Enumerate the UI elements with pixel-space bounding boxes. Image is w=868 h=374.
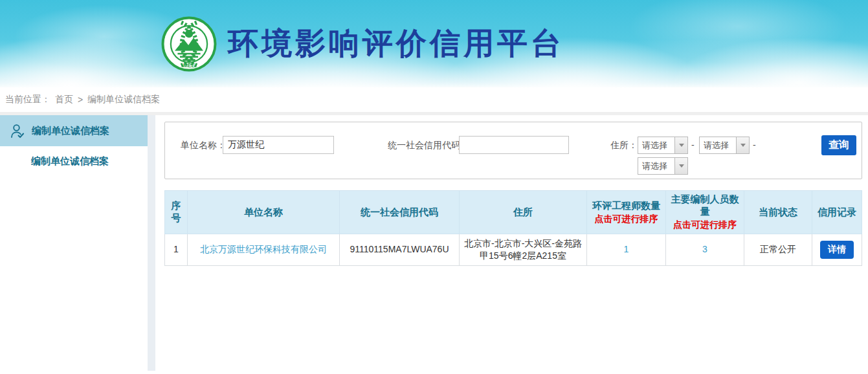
address-label: 住所：: [610, 140, 638, 151]
chevron-down-icon[interactable]: [674, 137, 687, 153]
address-district-select[interactable]: 请选择: [638, 157, 688, 175]
detail-button[interactable]: 详情: [820, 241, 854, 259]
query-button[interactable]: 查询: [821, 135, 856, 155]
address-province-select[interactable]: 请选择: [638, 137, 688, 154]
address-city-value: 请选择: [700, 137, 736, 153]
search-panel: 单位名称： 统一社会信用代码： 住所： 请选择 - 请选择 - 请选择 查询: [164, 122, 862, 179]
header-address: 住所: [460, 191, 587, 234]
address-dash: -: [753, 140, 756, 150]
header-credit-code: 统一社会信用代码: [340, 191, 460, 234]
address-city-select[interactable]: 请选择: [699, 137, 750, 154]
page-title: 环境影响评价信用平台: [228, 23, 564, 64]
sidebar-divider: [148, 115, 155, 371]
user-check-icon: [10, 124, 25, 138]
header-staff-count-label: 主要编制人员数量: [671, 193, 739, 217]
mee-logo-text: MEE: [183, 62, 195, 69]
site-header: MEE 环境影响评价信用平台: [0, 0, 868, 87]
sidebar: 编制单位诚信档案 编制单位诚信档案: [0, 115, 148, 371]
address-dash: -: [691, 140, 695, 150]
cell-address: 北京市-北京市-大兴区-金苑路甲15号6幢2层A215室: [460, 234, 587, 266]
breadcrumb-home-link[interactable]: 首页: [55, 94, 73, 105]
cell-credit-code: 91110115MA7LWUA76U: [340, 234, 460, 266]
company-name-link[interactable]: 北京万源世纪环保科技有限公司: [200, 244, 327, 254]
address-province-value: 请选择: [638, 137, 674, 153]
chevron-down-icon[interactable]: [674, 158, 687, 174]
sort-hint[interactable]: 点击可进行排序: [589, 214, 663, 225]
header-index: 序号: [165, 191, 188, 234]
content-area: 编制单位诚信档案 编制单位诚信档案 单位名称： 统一社会信用代码： 住所： 请选…: [0, 115, 868, 371]
header-credit-record: 信用记录: [812, 191, 862, 234]
cell-index: 1: [165, 234, 188, 266]
chevron-down-icon[interactable]: [736, 137, 749, 153]
table-row: 1 北京万源世纪环保科技有限公司 91110115MA7LWUA76U 北京市-…: [165, 234, 862, 266]
company-name-input[interactable]: [223, 136, 334, 154]
credit-code-label: 统一社会信用代码：: [379, 140, 469, 151]
sidebar-item-label: 编制单位诚信档案: [32, 125, 109, 137]
header-staff-count-sort[interactable]: 主要编制人员数量 点击可进行排序: [666, 191, 744, 234]
sidebar-subitem-label: 编制单位诚信档案: [31, 155, 109, 168]
credit-code-input[interactable]: [459, 136, 569, 154]
staff-count-link[interactable]: 3: [702, 244, 707, 254]
header-company-name: 单位名称: [188, 191, 340, 234]
breadcrumb: 当前位置： 首页 > 编制单位诚信档案: [0, 87, 868, 115]
breadcrumb-current: 编制单位诚信档案: [87, 94, 160, 105]
engineer-count-link[interactable]: 1: [624, 244, 629, 254]
breadcrumb-separator: >: [78, 94, 83, 105]
sidebar-subitem-credit-archive[interactable]: 编制单位诚信档案: [0, 146, 148, 177]
address-district-value: 请选择: [638, 158, 674, 174]
table-header-row: 序号 单位名称 统一社会信用代码 住所 环评工程师数量 点击可进行排序 主要编制…: [165, 191, 862, 234]
sidebar-item-credit-archive[interactable]: 编制单位诚信档案: [0, 115, 148, 146]
main-panel: 单位名称： 统一社会信用代码： 住所： 请选择 - 请选择 - 请选择 查询: [155, 115, 868, 371]
header-engineer-count-label: 环评工程师数量: [592, 200, 660, 211]
header-engineer-count-sort[interactable]: 环评工程师数量 点击可进行排序: [587, 191, 666, 234]
cell-status: 正常公开: [744, 234, 812, 266]
header-status: 当前状态: [744, 191, 812, 234]
result-table: 序号 单位名称 统一社会信用代码 住所 环评工程师数量 点击可进行排序 主要编制…: [164, 190, 862, 266]
sort-hint[interactable]: 点击可进行排序: [668, 219, 742, 231]
breadcrumb-location-label: 当前位置：: [5, 94, 50, 105]
mee-logo-icon: MEE: [161, 16, 217, 72]
company-name-label: 单位名称：: [177, 140, 226, 151]
